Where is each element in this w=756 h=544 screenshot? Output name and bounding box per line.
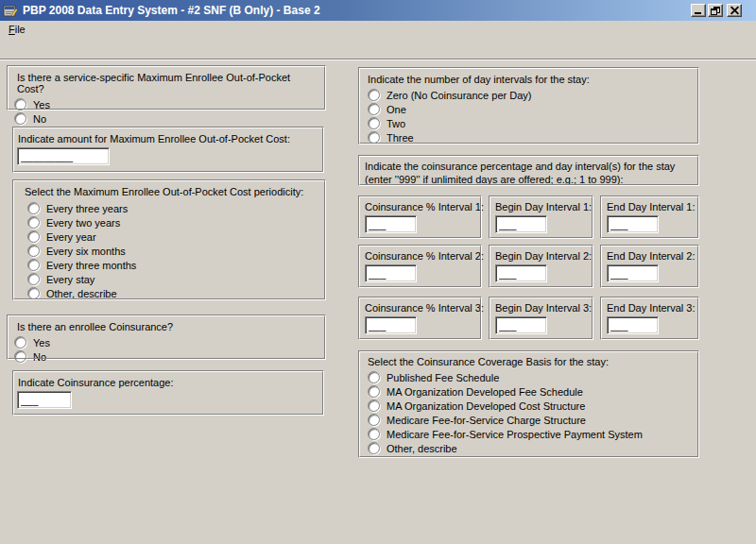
title-bar[interactable]: PBP 2008 Data Entry System - #2 SNF (B O… [0, 0, 756, 21]
periodicity-option[interactable]: Every stay [13, 272, 325, 286]
menu-bar: File [0, 21, 756, 40]
end-day-interval-1-groupbox: End Day Interval 1: [600, 196, 699, 239]
moop-yes-option[interactable]: Yes [8, 97, 325, 111]
radio-icon [368, 400, 380, 412]
day-intervals-groupbox: Indicate the number of day intervals for… [358, 67, 699, 144]
option-label: Published Fee Schedule [387, 372, 499, 383]
coinsurance-interval-2-groupbox: Coinsurance % Interval 2: [358, 245, 482, 288]
radio-icon [14, 336, 26, 348]
radio-icon [27, 273, 40, 285]
begin-day-interval-2-label: Begin Day Interval 2: [495, 250, 589, 262]
begin-day-interval-3-field[interactable] [495, 316, 547, 334]
moop-question-label: Is there a service-specific Maximum Enro… [17, 72, 319, 94]
begin-day-interval-3-label: Begin Day Interval 3: [495, 302, 589, 314]
option-label: Medicare Fee-for-Service Charge Structur… [387, 415, 586, 426]
end-day-interval-2-groupbox: End Day Interval 2: [600, 245, 699, 288]
option-label: Every six months [46, 246, 126, 257]
moop-amount-field[interactable] [17, 147, 110, 165]
application-window: PBP 2008 Data Entry System - #2 SNF (B O… [0, 0, 756, 544]
window-controls [691, 4, 742, 17]
radio-icon [368, 371, 380, 383]
coinsurance-interval-1-groupbox: Coinsurance % Interval 1: [358, 196, 482, 239]
coinsurance-percentage-field[interactable] [17, 391, 72, 409]
radio-icon [368, 89, 380, 101]
coverage-basis-option[interactable]: MA Organization Developed Fee Schedule [359, 384, 698, 399]
coverage-basis-option[interactable]: Published Fee Schedule [359, 370, 698, 384]
day-intervals-option[interactable]: Three [359, 130, 698, 144]
close-button[interactable] [727, 4, 742, 17]
coinsurance-interval-2-label: Coinsurance % Interval 2: [365, 250, 477, 262]
moop-amount-groupbox: Indicate amount for Maximum Enrollee Out… [12, 127, 324, 173]
periodicity-option[interactable]: Every two years [13, 215, 325, 230]
radio-icon [368, 442, 380, 454]
coinsurance-interval-2-field[interactable] [365, 264, 417, 282]
periodicity-option[interactable]: Every three years [13, 201, 325, 215]
end-day-interval-3-field[interactable] [607, 316, 659, 334]
coverage-basis-option[interactable]: Medicare Fee-for-Service Charge Structur… [359, 413, 698, 427]
coverage-basis-option[interactable]: MA Organization Developed Cost Structure [359, 399, 698, 413]
minimize-icon [695, 12, 701, 14]
option-label: Medicare Fee-for-Service Prospective Pay… [387, 429, 643, 440]
radio-icon [14, 98, 26, 110]
coverage-basis-label: Select the Coinsurance Coverage Basis fo… [368, 356, 693, 367]
option-label: Every three years [46, 203, 128, 214]
coverage-basis-option[interactable]: Medicare Fee-for-Service Prospective Pay… [359, 427, 698, 441]
radio-icon [27, 202, 40, 214]
option-label: No [33, 351, 46, 363]
coinsurance-interval-1-field[interactable] [365, 215, 417, 233]
periodicity-option[interactable]: Other, describe [13, 286, 325, 300]
coinsurance-interval-1-label: Coinsurance % Interval 1: [365, 201, 477, 212]
option-label: Every two years [46, 217, 120, 229]
restore-icon [711, 7, 720, 15]
option-label: Every year [46, 231, 96, 243]
begin-day-interval-2-groupbox: Begin Day Interval 2: [489, 245, 593, 288]
end-day-interval-2-field[interactable] [607, 264, 659, 282]
coinsurance-percentage-groupbox: Indicate Coinsurance percentage: [12, 370, 324, 416]
coinsurance-no-option[interactable]: No [8, 349, 325, 364]
minimize-button[interactable] [691, 4, 706, 17]
coinsurance-interval-3-field[interactable] [365, 316, 417, 334]
option-label: Other, describe [46, 288, 117, 299]
menu-file[interactable]: File [0, 21, 32, 37]
begin-day-interval-1-label: Begin Day Interval 1: [495, 201, 589, 212]
option-label: Other, describe [387, 443, 457, 454]
end-day-interval-1-field[interactable] [607, 215, 659, 233]
interval-instruction-groupbox: Indicate the coinsurance percentage and … [358, 155, 699, 186]
option-label: One [387, 104, 406, 115]
application-icon [3, 3, 18, 18]
moop-no-option[interactable]: No [8, 111, 325, 126]
coinsurance-yes-option[interactable]: Yes [8, 335, 325, 349]
day-intervals-option[interactable]: Zero (No Coinsurance per Day) [359, 88, 698, 102]
interval-instruction-text: Indicate the coinsurance percentage and … [359, 156, 698, 186]
moop-periodicity-label: Select the Maximum Enrollee Out-of-Pocke… [25, 186, 319, 197]
end-day-interval-3-groupbox: End Day Interval 3: [600, 297, 699, 340]
moop-periodicity-groupbox: Select the Maximum Enrollee Out-of-Pocke… [12, 179, 326, 300]
radio-icon [368, 103, 380, 115]
begin-day-interval-3-groupbox: Begin Day Interval 3: [489, 297, 593, 340]
option-label: Three [387, 132, 414, 144]
end-day-interval-2-label: End Day Interval 2: [607, 250, 695, 262]
radio-icon [368, 414, 380, 426]
day-intervals-option[interactable]: Two [359, 116, 698, 130]
periodicity-option[interactable]: Every three months [13, 258, 325, 272]
option-label: Yes [33, 337, 50, 348]
day-intervals-option[interactable]: One [359, 102, 698, 116]
radio-icon [27, 287, 40, 299]
radio-icon [368, 117, 380, 129]
periodicity-option[interactable]: Every year [13, 230, 325, 244]
restore-button[interactable] [708, 4, 723, 17]
coverage-basis-option[interactable]: Other, describe [359, 441, 698, 455]
radio-icon [368, 131, 380, 144]
window-title: PBP 2008 Data Entry System - #2 SNF (B O… [23, 4, 320, 18]
periodicity-option[interactable]: Every six months [13, 244, 325, 258]
radio-icon [27, 245, 40, 257]
close-icon [730, 7, 739, 15]
radio-icon [14, 350, 26, 363]
begin-day-interval-2-field[interactable] [495, 264, 547, 282]
option-label: No [33, 113, 46, 125]
radio-icon [27, 259, 40, 271]
option-label: Every three months [46, 260, 136, 271]
radio-icon [27, 216, 40, 229]
day-intervals-label: Indicate the number of day intervals for… [368, 74, 693, 85]
begin-day-interval-1-field[interactable] [495, 215, 547, 233]
